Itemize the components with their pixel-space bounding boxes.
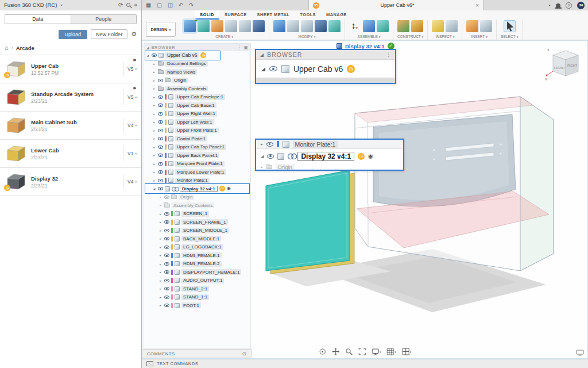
list-item[interactable]: Lower Cab2/23/21V1▾ xyxy=(0,140,141,168)
dock-icon[interactable]: ▣ xyxy=(243,45,248,50)
browser-row[interactable]: ▸DISPLAYPORT_FEMALE:1 xyxy=(144,268,250,277)
browser-row[interactable]: ▸Contol Plate:1 xyxy=(144,135,250,143)
browser-row[interactable]: ▸Marquee Front Plate:1 xyxy=(144,160,250,168)
browser-row[interactable]: ▸STAND_2:1 xyxy=(144,285,250,293)
expand-arrow-icon[interactable]: ▸ xyxy=(152,137,156,140)
save-icon[interactable]: ◫ xyxy=(168,2,173,8)
browser-row[interactable]: ▸Upper Cab Top Panel:1 xyxy=(144,143,250,152)
view-cube[interactable]: FRONT RIGHT X Z xyxy=(544,45,584,82)
visibility-eye-icon[interactable] xyxy=(164,270,169,274)
new-folder-button[interactable]: New Folder xyxy=(91,29,127,39)
list-item[interactable]: ◷Display 322/23/21V4▾ xyxy=(0,168,141,196)
version-dropdown[interactable]: V5▾ xyxy=(123,90,137,105)
browser-row[interactable]: ▸SCREEN_MIDDLE_1 xyxy=(144,227,250,235)
visibility-eye-icon[interactable] xyxy=(158,79,163,82)
visibility-eye-icon[interactable] xyxy=(164,287,169,290)
search-icon[interactable] xyxy=(126,3,130,7)
visibility-eye-icon[interactable] xyxy=(158,154,163,157)
close-icon[interactable]: × xyxy=(475,2,479,9)
fullscreen-monitor-icon[interactable] xyxy=(576,350,584,356)
model-viewport[interactable]: Display 32 v4:1 ✓ FRONT RIGHT X Z ◢ BROW… xyxy=(142,40,588,359)
sweep-icon[interactable] xyxy=(253,20,265,32)
fillet-icon[interactable] xyxy=(287,20,299,32)
comments-bar[interactable]: COMMENTS ⊙ xyxy=(142,349,252,358)
notifications-bell-icon[interactable] xyxy=(556,3,560,7)
browser-row[interactable]: ◢Display 32 v4:1◷◉ xyxy=(144,185,250,193)
expand-arrow-icon[interactable]: ▸ xyxy=(152,70,156,74)
expand-arrow-icon[interactable]: ▸ xyxy=(152,129,156,132)
activate-radio-icon[interactable]: ◉ xyxy=(227,186,231,191)
browser-row[interactable]: ▸Origin xyxy=(144,76,250,85)
fit-icon[interactable] xyxy=(358,348,366,355)
expand-arrow-icon[interactable]: ▸ xyxy=(152,112,156,116)
browser-row[interactable]: ▸Document Settings xyxy=(144,60,250,68)
visibility-eye-icon[interactable] xyxy=(152,53,157,57)
expand-arrow-icon[interactable]: ▸ xyxy=(158,279,163,282)
expand-arrow-icon[interactable]: ▸ xyxy=(158,229,163,232)
browser-row[interactable]: ▸Upper Cab Envelope:1 xyxy=(144,93,250,102)
ribbon-tab-tools[interactable]: TOOLS xyxy=(295,10,321,20)
version-dropdown[interactable]: V4▾ xyxy=(123,118,137,133)
browser-row[interactable]: ◢Upper Cab v6◷ xyxy=(144,51,250,60)
insert-mesh-icon[interactable] xyxy=(466,20,478,32)
design-workspace-dropdown[interactable]: DESIGN ▾ xyxy=(146,22,176,37)
expand-arrow-icon[interactable]: ▸ xyxy=(152,162,156,166)
undo-icon[interactable]: ↶ xyxy=(179,2,183,8)
expand-arrow-icon[interactable]: ▸ xyxy=(158,270,163,274)
dots-icon[interactable]: ⋮ xyxy=(237,45,241,50)
visibility-eye-icon[interactable] xyxy=(164,246,169,249)
expand-arrow-icon[interactable]: ▸ xyxy=(158,195,163,199)
expand-arrow-icon[interactable]: ▸ xyxy=(158,246,163,249)
expand-arrow-icon[interactable]: ▸ xyxy=(158,287,163,290)
visibility-eye-icon[interactable] xyxy=(158,112,163,116)
list-item[interactable]: Main Cabinet Sub2/23/21V4▾ xyxy=(0,112,141,140)
browser-row[interactable]: ▸Named Views xyxy=(144,68,250,76)
refresh-icon[interactable]: ⟳ xyxy=(118,2,123,8)
expand-arrow-icon[interactable]: ▸ xyxy=(152,145,156,149)
visibility-eye-icon[interactable] xyxy=(158,170,163,174)
browser-row[interactable]: ▸Upper Right Wall:1 xyxy=(144,110,250,118)
group-label-construct[interactable]: CONSTRUCT▾ xyxy=(397,34,423,39)
ribbon-tab-surface[interactable]: SURFACE xyxy=(219,10,252,20)
app-grid-icon[interactable]: ▦ xyxy=(146,2,151,8)
document-tab[interactable]: V5 Upper Cab v6* × xyxy=(308,0,483,10)
group-label-create[interactable]: CREATE▾ xyxy=(215,34,233,39)
select-icon[interactable] xyxy=(504,20,516,32)
combine-icon[interactable] xyxy=(315,20,327,32)
visibility-eye-icon[interactable] xyxy=(158,103,163,107)
expand-arrow-icon[interactable]: ▸ xyxy=(158,204,163,207)
expand-arrow-icon[interactable]: ▸ xyxy=(158,304,163,307)
visibility-eye-icon[interactable] xyxy=(158,179,163,182)
browser-row[interactable]: ▸AUDIO_OUTPUT:1 xyxy=(144,277,250,285)
extrude-icon[interactable] xyxy=(225,20,237,32)
decal-icon[interactable] xyxy=(480,20,492,32)
hub-title[interactable]: Fusion 360 CXD (RC) xyxy=(4,2,57,8)
expand-arrow-icon[interactable]: ▸ xyxy=(152,95,156,99)
expand-arrow-icon[interactable]: ▸ xyxy=(152,170,156,174)
offset-face-icon[interactable] xyxy=(328,20,341,32)
visibility-eye-icon[interactable] xyxy=(158,95,163,99)
press-pull-icon[interactable] xyxy=(273,20,285,32)
expand-arrow-icon[interactable]: ▸ xyxy=(152,154,156,157)
help-icon[interactable]: ? xyxy=(566,2,572,9)
visibility-eye-icon[interactable] xyxy=(158,137,163,140)
create-sketch-icon[interactable] xyxy=(198,20,210,32)
expand-arrow-icon[interactable]: ▸ xyxy=(152,87,156,90)
home-icon[interactable]: ⌂ xyxy=(5,44,9,51)
visibility-eye-icon[interactable] xyxy=(158,120,163,124)
collapse-panel-icon[interactable]: « xyxy=(134,2,137,8)
expand-arrow-icon[interactable]: ◢ xyxy=(152,187,156,190)
visibility-eye-icon[interactable] xyxy=(158,145,163,149)
ribbon-tab-sheet-metal[interactable]: SHEET METAL xyxy=(252,10,295,20)
list-item[interactable]: ◷Upper Cab12:52:57 PMV5▾⚑ xyxy=(0,55,141,83)
chevron-down-icon[interactable]: ▾ xyxy=(60,3,62,7)
expand-arrow-icon[interactable]: ▸ xyxy=(152,79,156,82)
group-label-select[interactable]: SELECT▾ xyxy=(501,34,518,39)
visibility-eye-icon[interactable] xyxy=(164,237,169,240)
browser-row[interactable]: ▸BACK_MIDDLE:1 xyxy=(144,235,250,243)
expand-arrow-icon[interactable]: ▸ xyxy=(152,103,156,107)
viewports-icon[interactable]: ▾ xyxy=(402,348,412,355)
zoom-icon[interactable] xyxy=(345,348,353,355)
visibility-eye-icon[interactable] xyxy=(164,262,169,266)
shell-icon[interactable] xyxy=(301,20,313,32)
